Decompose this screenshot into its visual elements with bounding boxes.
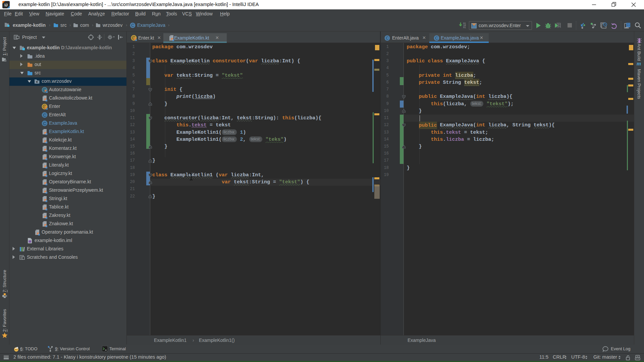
- svg-text:IJ: IJ: [4, 3, 7, 7]
- svg-text:C: C: [386, 36, 389, 41]
- svg-text:C: C: [435, 36, 438, 41]
- svg-text:01: 01: [463, 26, 466, 28]
- svg-text:C: C: [131, 23, 134, 28]
